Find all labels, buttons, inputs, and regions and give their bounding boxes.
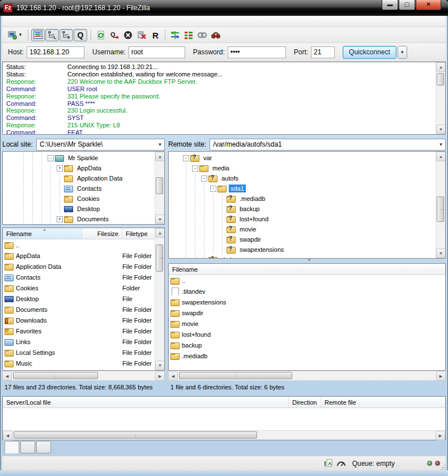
scroll-up-icon[interactable]: ▲ [155, 228, 165, 238]
scrollbar-thumb[interactable] [13, 372, 98, 379]
scroll-right-icon[interactable]: ▶ [436, 371, 446, 381]
menu-item[interactable] [7, 20, 17, 23]
column-header-direction[interactable]: Direction [289, 397, 321, 408]
file-row[interactable]: Cookies Folder [3, 282, 155, 293]
menu-item[interactable] [48, 20, 58, 23]
menu-item[interactable] [27, 20, 37, 23]
tree-expander-icon[interactable]: - [192, 165, 198, 171]
file-row[interactable]: Contacts File Folder [3, 272, 155, 282]
tree-row[interactable]: Contacts [3, 183, 155, 194]
column-header-remote-file[interactable]: Remote file [321, 397, 445, 408]
scroll-down-icon[interactable]: ▼ [155, 361, 165, 370]
disconnect-button[interactable] [135, 28, 148, 42]
tree-expander-icon[interactable]: - [201, 175, 207, 182]
quickconnect-dropdown-button[interactable]: ▼ [398, 46, 407, 59]
column-header-filetype[interactable]: Filetype [122, 228, 155, 239]
scroll-right-icon[interactable]: ▶ [436, 431, 445, 440]
queue-toggle-button[interactable]: Q [74, 29, 87, 41]
scrollbar-thumb[interactable] [437, 73, 444, 85]
scroll-down-icon[interactable]: ▼ [436, 125, 446, 134]
tree-row[interactable]: Desktop [3, 204, 155, 214]
port-input[interactable] [311, 46, 335, 58]
scrollbar-thumb[interactable] [156, 177, 163, 194]
quickconnect-button[interactable]: Quickconnect [343, 46, 396, 59]
tree-row[interactable]: swapdir [169, 234, 436, 245]
scroll-right-icon[interactable]: ▶ [155, 371, 165, 381]
file-row[interactable]: .. [3, 239, 155, 250]
tree-row[interactable]: Application Data [3, 173, 155, 183]
scroll-left-icon[interactable]: ◀ [2, 371, 12, 381]
maximize-button[interactable]: ▢ [399, 0, 415, 10]
menu-item[interactable] [58, 20, 68, 23]
menu-item[interactable] [17, 20, 27, 23]
local-list-hscrollbar[interactable]: ◀ ▶ [2, 371, 165, 380]
message-log-toggle-button[interactable] [31, 29, 45, 41]
tree-expander-icon[interactable]: - [48, 155, 54, 161]
file-row[interactable]: AppData File Folder [3, 250, 155, 261]
scroll-left-icon[interactable]: ◀ [3, 431, 12, 440]
dropdown-arrow-icon[interactable]: ▼ [437, 142, 445, 147]
tree-expander-icon[interactable]: + [57, 165, 63, 171]
site-manager-button[interactable]: ▼ [6, 28, 25, 42]
queue-hscrollbar[interactable]: ◀ ▶ [3, 430, 445, 440]
tree-row[interactable]: movie [169, 224, 436, 234]
tree-row[interactable]: - media [169, 163, 436, 173]
file-row[interactable]: Favorites File Folder [3, 325, 155, 336]
host-input[interactable] [27, 46, 84, 58]
collapse-arrow-icon[interactable]: ▼ [307, 258, 312, 263]
scrollbar-thumb[interactable] [437, 196, 444, 222]
queue-tab[interactable] [5, 441, 19, 453]
remote-site-combo[interactable]: /var/media/autofs/sda1 ▼ [210, 139, 446, 151]
tree-row[interactable]: - var [169, 153, 436, 163]
remote-tree-toggle-button[interactable]: F [59, 29, 73, 41]
tree-row[interactable]: dvd [169, 255, 436, 258]
search-button[interactable] [209, 28, 223, 42]
file-row[interactable]: Local Settings File Folder [3, 347, 155, 358]
file-row[interactable]: backup [169, 340, 445, 350]
tree-row[interactable]: - sda1 [169, 183, 436, 194]
process-queue-button[interactable]: Q [108, 28, 121, 42]
minimize-button[interactable]: ▬ [382, 0, 398, 10]
file-row[interactable]: Music File Folder [3, 358, 155, 368]
file-row[interactable]: .mediadb [169, 350, 445, 361]
resize-grip[interactable] [440, 464, 445, 470]
column-header-filesize[interactable]: Filesize [83, 228, 122, 239]
menu-item[interactable] [37, 20, 48, 23]
tree-row[interactable]: + Documents [3, 214, 155, 224]
cancel-button[interactable] [121, 28, 135, 42]
tree-row[interactable]: Cookies [3, 194, 155, 204]
file-row[interactable]: .. [169, 275, 445, 286]
scroll-down-icon[interactable]: ▼ [155, 215, 165, 224]
log-scrollbar[interactable]: ▲ ▼ [436, 62, 445, 134]
column-header-server-local-file[interactable]: Server/Local file [3, 397, 289, 408]
dropdown-arrow-icon[interactable]: ▼ [156, 142, 164, 147]
file-row[interactable]: Links File Folder [3, 336, 155, 347]
file-row[interactable]: Downloads File Folder [3, 315, 155, 325]
splitter[interactable]: ▼ [168, 259, 446, 263]
remote-list-hscrollbar[interactable]: ◀ ▶ [168, 371, 446, 380]
file-row[interactable]: Desktop File [3, 293, 155, 304]
tree-row[interactable]: swapextensions [169, 245, 436, 255]
file-row[interactable]: swapdir [169, 307, 445, 318]
file-row[interactable]: swapextensions [169, 297, 445, 307]
local-tree-scrollbar[interactable]: ▲ ▼ [155, 152, 164, 224]
scroll-up-icon[interactable]: ▲ [436, 152, 446, 161]
local-tree-toggle-button[interactable]: L [45, 29, 59, 41]
tree-expander-icon[interactable]: + [57, 216, 63, 222]
column-header-filename[interactable]: Filename [169, 264, 445, 275]
column-header-filename[interactable]: Filename ▲ [3, 228, 83, 239]
tree-row[interactable]: - autofs [169, 173, 436, 183]
reconnect-button[interactable]: R [148, 28, 162, 42]
local-site-combo[interactable]: C:\Users\Mr Sparkle\ ▼ [36, 139, 165, 151]
username-input[interactable] [129, 46, 185, 58]
queue-tab[interactable] [36, 441, 51, 453]
file-row[interactable]: Documents File Folder [3, 304, 155, 315]
tree-row[interactable]: backup [169, 204, 436, 214]
tree-expander-icon[interactable]: - [183, 155, 189, 161]
file-row[interactable]: Application Data File Folder [3, 261, 155, 272]
scrollbar-thumb[interactable] [14, 431, 257, 439]
scroll-left-icon[interactable]: ◀ [168, 371, 178, 381]
tree-row[interactable]: lost+found [169, 214, 436, 224]
tree-expander-icon[interactable]: - [210, 186, 216, 192]
link-button[interactable] [195, 28, 209, 42]
